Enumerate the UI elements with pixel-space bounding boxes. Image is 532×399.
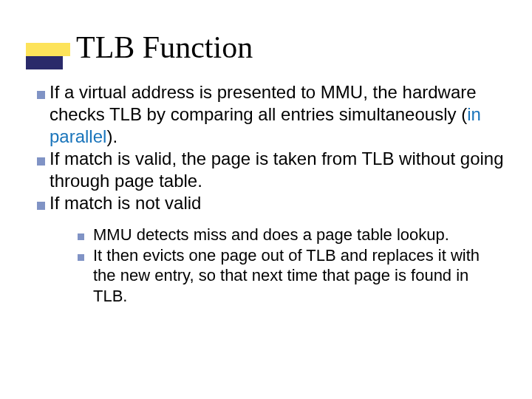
sub-bullet-text: It then evicts one page out of TLB and r… xyxy=(93,245,506,307)
bullet-text: If match is not valid xyxy=(50,192,201,214)
bullet-text-post: ). xyxy=(106,126,117,146)
bullet-square-icon xyxy=(37,157,45,166)
bullet-item: If match is valid, the page is taken fro… xyxy=(37,148,506,192)
bullet-text: If a virtual address is presented to MMU… xyxy=(50,81,506,148)
bullet-square-icon xyxy=(37,202,45,210)
sub-bullet-text: MMU detects miss and does a page table l… xyxy=(93,225,449,245)
accent-stripe-navy xyxy=(26,56,63,69)
sub-bullet-square-icon xyxy=(78,233,84,240)
sub-bullet-square-icon xyxy=(78,254,84,261)
sub-bullet-item: MMU detects miss and does a page table l… xyxy=(78,225,506,245)
slide-title: TLB Function xyxy=(76,30,253,65)
bullet-item: If a virtual address is presented to MMU… xyxy=(37,81,506,148)
bullet-text-pre: If a virtual address is presented to MMU… xyxy=(50,82,477,124)
bullet-item: If match is not valid xyxy=(37,192,506,214)
bullet-square-icon xyxy=(37,91,45,99)
sub-bullet-list: MMU detects miss and does a page table l… xyxy=(78,225,506,306)
bullet-text: If match is valid, the page is taken fro… xyxy=(50,148,506,192)
accent-stripe-yellow xyxy=(26,43,70,56)
sub-bullet-item: It then evicts one page out of TLB and r… xyxy=(78,245,506,307)
content-area: If a virtual address is presented to MMU… xyxy=(37,81,506,306)
